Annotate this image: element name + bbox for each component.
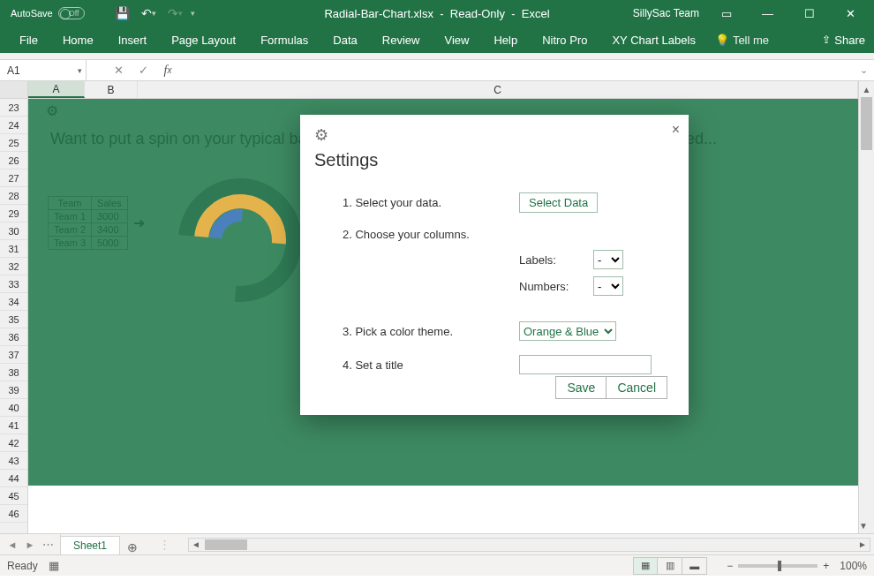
tab-insert[interactable]: Insert <box>106 26 160 53</box>
row-header[interactable]: 27 <box>0 170 27 187</box>
tab-home[interactable]: Home <box>50 26 106 53</box>
tab-xy-chart-labels[interactable]: XY Chart Labels <box>599 26 707 53</box>
autosave-label: AutoSave <box>11 8 53 19</box>
macro-record-icon[interactable]: ▦ <box>49 559 59 572</box>
expand-formula-bar-icon[interactable]: ⌄ <box>853 60 874 80</box>
select-all-triangle[interactable] <box>0 81 27 99</box>
col-header-a[interactable]: A <box>28 81 85 98</box>
cancel-formula-icon[interactable]: ✕ <box>106 64 131 77</box>
new-sheet-button[interactable]: ⊕ <box>120 540 145 554</box>
tab-page-layout[interactable]: Page Layout <box>159 26 248 53</box>
row-header[interactable]: 25 <box>0 134 27 152</box>
row-header[interactable]: 31 <box>0 240 27 258</box>
view-page-break-icon[interactable]: ▬ <box>682 557 707 575</box>
sample-data-table: TeamSales Team 13000 Team 23400 Team 350… <box>48 196 145 250</box>
row-header[interactable]: 46 <box>0 505 27 523</box>
ribbon-display-options-icon[interactable]: ▭ <box>706 0 746 26</box>
row-header[interactable]: 39 <box>0 381 27 399</box>
tab-split-handle[interactable]: ⋮ <box>159 538 170 551</box>
share-label: Share <box>834 34 865 47</box>
name-box[interactable]: A1 ▾ <box>0 60 87 80</box>
vscroll-thumb[interactable] <box>861 97 872 150</box>
row-header[interactable]: 30 <box>0 222 27 240</box>
row-header[interactable]: 23 <box>0 99 27 117</box>
scroll-up-icon[interactable]: ▲ <box>859 81 874 97</box>
tab-scroll-right-icon[interactable]: ► <box>21 535 39 554</box>
row-header[interactable]: 26 <box>0 152 27 170</box>
column-headers: A B C <box>28 81 858 99</box>
col-header-c[interactable]: C <box>138 81 858 98</box>
title-input[interactable] <box>519 355 652 374</box>
row-header[interactable]: 28 <box>0 187 27 205</box>
status-bar: Ready ▦ ▦ ▥ ▬ − + 100% <box>0 554 874 576</box>
row-header[interactable]: 45 <box>0 487 27 505</box>
tab-formulas[interactable]: Formulas <box>248 26 320 53</box>
hscroll-right-icon[interactable]: ► <box>855 539 870 549</box>
col-header-b[interactable]: B <box>85 81 138 98</box>
maximize-button[interactable]: ☐ <box>789 0 829 26</box>
share-icon: ⇪ <box>822 34 831 46</box>
view-page-layout-icon[interactable]: ▥ <box>658 557 682 575</box>
hscroll-left-icon[interactable]: ◄ <box>189 539 203 549</box>
step2-label: 2. Choose your columns. <box>343 228 519 241</box>
numbers-label: Numbers: <box>519 280 576 293</box>
headline-text: Want to put a spin on your typical ba <box>50 130 307 148</box>
row-header[interactable]: 44 <box>0 470 27 487</box>
row-header[interactable]: 36 <box>0 328 27 346</box>
tell-me-search[interactable]: 💡 Tell me <box>715 34 769 47</box>
save-button[interactable]: Save <box>555 376 606 399</box>
redo-icon[interactable]: ↷▾ <box>164 2 187 25</box>
insert-function-icon[interactable]: fx <box>155 64 180 78</box>
horizontal-scrollbar[interactable]: ◄ ► <box>188 538 870 552</box>
row-header[interactable]: 42 <box>0 434 27 452</box>
labels-dropdown[interactable]: - <box>593 250 623 269</box>
minimize-button[interactable]: — <box>748 0 787 26</box>
zoom-in-button[interactable]: + <box>823 560 829 572</box>
row-header[interactable]: 35 <box>0 311 27 328</box>
share-button[interactable]: ⇪ Share <box>822 34 874 47</box>
enter-formula-icon[interactable]: ✓ <box>131 64 155 77</box>
row-header[interactable]: 24 <box>0 117 27 134</box>
formula-input[interactable] <box>180 60 853 80</box>
autosave-toggle[interactable]: AutoSave Off <box>11 7 101 19</box>
row-header[interactable]: 41 <box>0 417 27 434</box>
row-header[interactable]: 40 <box>0 399 27 417</box>
view-normal-icon[interactable]: ▦ <box>633 557 658 575</box>
mode: Read-Only <box>450 7 505 20</box>
step4-label: 4. Set a title <box>343 358 519 372</box>
vertical-scrollbar[interactable]: ▲ ▼ <box>858 81 874 533</box>
zoom-slider[interactable] <box>738 564 817 568</box>
numbers-dropdown[interactable]: - <box>593 276 623 296</box>
tab-data[interactable]: Data <box>320 26 369 53</box>
tab-file[interactable]: File <box>7 26 50 53</box>
zoom-out-button[interactable]: − <box>727 560 733 572</box>
scroll-down-icon[interactable]: ▼ <box>859 517 868 533</box>
row-header[interactable]: 29 <box>0 205 27 222</box>
tab-scroll-left-icon[interactable]: ◄ <box>4 535 21 554</box>
zoom-level[interactable]: 100% <box>840 560 867 572</box>
collapsed-ribbon-strip <box>0 53 874 60</box>
dialog-close-icon[interactable]: × <box>672 122 680 138</box>
row-header[interactable]: 38 <box>0 364 27 381</box>
undo-icon[interactable]: ↶▾ <box>138 2 161 25</box>
row-header[interactable]: 32 <box>0 258 27 275</box>
select-data-button[interactable]: Select Data <box>519 192 598 213</box>
row-header[interactable]: 43 <box>0 452 27 470</box>
close-button[interactable]: ✕ <box>831 0 870 26</box>
row-header[interactable]: 37 <box>0 346 27 364</box>
tab-view[interactable]: View <box>432 26 481 53</box>
row-header[interactable]: 34 <box>0 293 27 311</box>
tab-scroll-more-icon[interactable]: ⋯ <box>39 535 57 554</box>
account-name[interactable]: SillySac Team <box>633 7 699 19</box>
row-header[interactable]: 33 <box>0 275 27 293</box>
tab-nitro-pro[interactable]: Nitro Pro <box>530 26 599 53</box>
tab-review[interactable]: Review <box>370 26 433 53</box>
sheet-tab-active[interactable]: Sheet1 <box>60 536 120 554</box>
hscroll-thumb[interactable] <box>205 539 247 550</box>
save-icon[interactable]: 💾 <box>111 2 134 25</box>
tab-help[interactable]: Help <box>481 26 530 53</box>
qat-customize-icon[interactable]: ▾ <box>191 9 195 18</box>
color-theme-dropdown[interactable]: Orange & Blue <box>519 321 616 341</box>
cancel-button[interactable]: Cancel <box>606 376 667 399</box>
headline-tail: ed... <box>686 130 717 148</box>
